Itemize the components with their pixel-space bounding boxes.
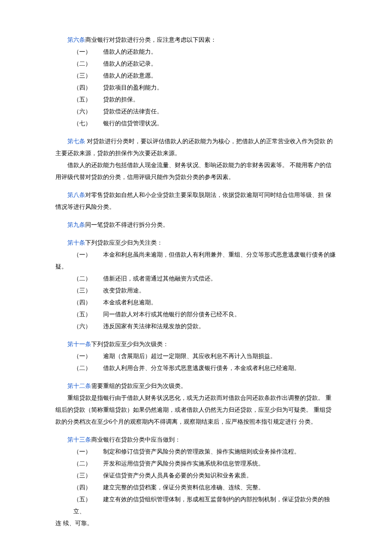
list-item: （一）借款人的还款能力。 xyxy=(55,46,337,58)
article-11-link[interactable]: 第十一条 xyxy=(67,341,91,347)
list-item: （六）贷款偿还的法律责任。 xyxy=(55,106,337,118)
article-13-link[interactable]: 第十三条 xyxy=(67,436,91,443)
list-item: （二）借新还旧，或者需通过其他融资方式偿还。 xyxy=(55,273,337,285)
list-item: （三）借款人的还款意愿。 xyxy=(55,70,337,82)
list-item: （二）借款人利用合并、分立等形式恶意逃废银行债务，本金或者利息已经逾期。 xyxy=(55,362,337,374)
article-7-p2: 借款人的还款能力包括借款人现金流量、财务状况、影响还款能力的非财务因素等。 不能… xyxy=(55,159,337,183)
article-10-link[interactable]: 第十条 xyxy=(67,240,85,246)
list-item: （四）本金或者利息逾期。 xyxy=(55,297,337,309)
article-10-trail: 疑。 xyxy=(55,261,337,273)
list-item: （三）改变贷款用途。 xyxy=(55,285,337,297)
list-item: （二）开发和运用信贷资产风险分类操作实施系统和信息管理系统。 xyxy=(55,458,337,470)
article-12-link[interactable]: 第十二条 xyxy=(67,383,91,389)
article-8-link[interactable]: 第八条 xyxy=(67,192,85,198)
article-9: 第九条同一笔贷款不得进行拆分分类。 xyxy=(55,219,337,231)
list-item: （四）贷款项目的盈利能力。 xyxy=(55,82,337,94)
list-item: （一）本金和利息虽尚未逾期，但借款人有利用兼并、重组、分立等形式恶意逃废银行债务… xyxy=(55,249,337,261)
article-6-intro-line: 第六条商业银行对贷款进行分类，应注意考虑以下因素： xyxy=(55,34,337,46)
list-item: （一）制定和修订信贷资产风险分类的管理政策、操作实施细则或业务操作流程。 xyxy=(55,446,337,458)
article-7-p1: 第七条 对贷款进行分类时，要以评估借款人的还款能力为核心，把借款人的正常营业收入… xyxy=(55,136,337,159)
list-item: （七）银行的信贷管理状况。 xyxy=(55,118,337,130)
article-7: 第七条 对贷款进行分类时，要以评估借款人的还款能力为核心，把借款人的正常营业收入… xyxy=(55,136,337,183)
article-9-link[interactable]: 第九条 xyxy=(67,222,85,228)
article-11: 第十一条下列贷款应至少归为次级类： （一）逾期（含展期后）超过一定期限、其应收利… xyxy=(55,338,337,374)
list-item: （一）逾期（含展期后）超过一定期限、其应收利息不再计入当期损益。 xyxy=(55,350,337,362)
list-item: （五）同一借款人对本行或其他银行的部分债务已经不良。 xyxy=(55,309,337,321)
article-13: 第十三条商业银行在贷款分类中应当做到： （一）制定和修订信贷资产风险分类的管理政… xyxy=(55,434,337,529)
article-7-link[interactable]: 第七条 xyxy=(67,138,85,145)
article-6: 第六条商业银行对贷款进行分类，应注意考虑以下因素： （一）借款人的还款能力。 （… xyxy=(55,34,337,130)
list-item: （六）违反国家有关法律和法规发放的贷款。 xyxy=(55,321,337,332)
list-item: （五）建立有效的信贷组织管理体制，形成相互监督制约的内部控制机制，保证贷款分类的… xyxy=(55,494,337,517)
article-6-intro: 商业银行对贷款进行分类，应注意考虑以下因素： xyxy=(85,37,216,43)
article-10: 第十条下列贷款应至少归为关注类： （一）本金和利息虽尚未逾期，但借款人有利用兼并… xyxy=(55,237,337,332)
article-6-link[interactable]: 第六条 xyxy=(67,37,85,43)
list-item: （三）保证信贷资产分类人员具备必要的分类知识和业务素质。 xyxy=(55,470,337,482)
list-item: （二）借款人的还款记录。 xyxy=(55,58,337,70)
article-8: 第八条对零售贷款如自然人和小企业贷款主要采取脱期法，依据贷款逾期可同时结合信用等… xyxy=(55,189,337,213)
article-13-trail: 连 续、可靠。 xyxy=(55,517,337,529)
list-item: （五）贷款的担保。 xyxy=(55,94,337,106)
article-12: 第十二条需要重组的贷款应至少归为次级类。 重组贷款是指银行由于借款人财务状况恶化… xyxy=(55,380,337,428)
article-12-p2: 重组贷款是指银行由于借款人财务状况恶化，或无力还款而对借款合同还款条款作出调整的… xyxy=(55,392,337,428)
list-item: （四）建立完整的信贷档案，保证分类资料信息准确、连续、完整。 xyxy=(55,482,337,494)
